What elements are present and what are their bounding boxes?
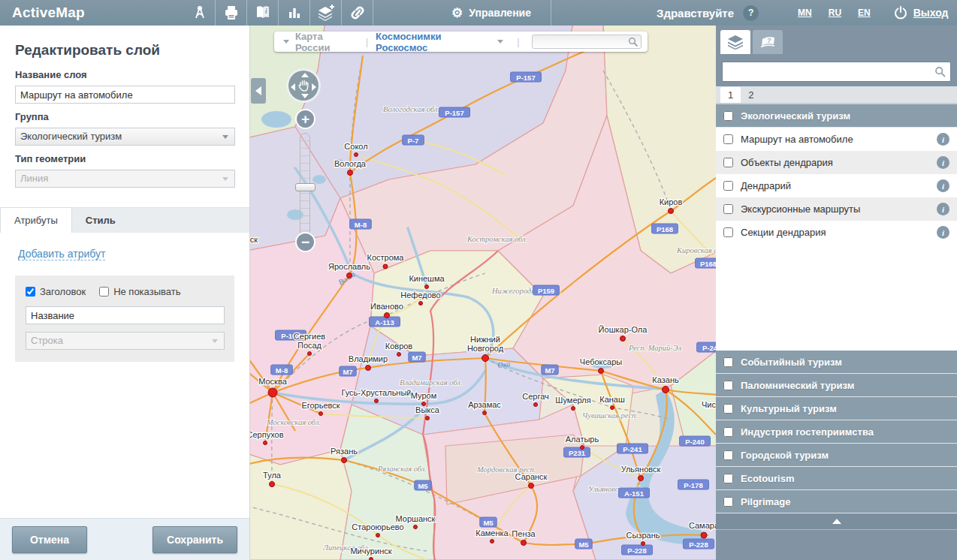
tab-style[interactable]: Стиль [72, 208, 129, 233]
chevron-down-icon [222, 177, 228, 181]
layer-info-icon[interactable]: i [937, 133, 949, 146]
layer-row[interactable]: Маршрут на автомобилеi [716, 128, 957, 151]
link-icon[interactable] [342, 0, 373, 26]
layer-name-input[interactable] [15, 86, 235, 104]
layer-info-icon[interactable]: i [937, 179, 949, 192]
layer-row[interactable]: Секции дендрарияi [716, 221, 957, 244]
measure-icon[interactable] [184, 0, 216, 26]
manage-menu[interactable]: ⚙ Управление [430, 0, 551, 26]
road-badge: Р-241 [617, 444, 648, 453]
lang-en[interactable]: EN [858, 8, 871, 18]
layers-search-wrap [716, 54, 957, 86]
overlay-dropdown-icon[interactable] [497, 40, 503, 44]
zoom-in-button[interactable]: + [295, 109, 315, 129]
group-checkbox[interactable] [723, 497, 733, 507]
group-checkbox[interactable] [723, 427, 733, 437]
layer-group-header[interactable]: Культурный туризм [716, 397, 957, 420]
save-button[interactable]: Сохранить [152, 526, 237, 553]
cancel-button[interactable]: Отмена [12, 526, 87, 553]
tab-attributes[interactable]: Атрибуты [0, 207, 72, 233]
pan-down-icon[interactable] [301, 94, 309, 98]
title-checkbox-label[interactable]: Заголовок [40, 286, 86, 297]
group-checkbox[interactable] [723, 357, 733, 367]
layer-group-header[interactable]: Индустрия гостеприимства [716, 420, 957, 444]
road-badge: Р168 [696, 258, 716, 268]
zoom-slider-handle[interactable] [295, 183, 315, 191]
help-icon[interactable]: ? [743, 5, 759, 21]
group-name: Индустрия гостеприимства [741, 426, 874, 438]
layers-page-2[interactable]: 2 [741, 87, 761, 103]
svg-text:М5: М5 [483, 519, 494, 527]
layer-checkbox[interactable] [723, 158, 733, 167]
group-checkbox[interactable] [723, 111, 733, 121]
svg-text:М7: М7 [412, 354, 421, 362]
svg-text:Р-24: Р-24 [702, 344, 716, 352]
lang-ru[interactable]: RU [829, 8, 841, 18]
add-attribute-link[interactable]: Добавить атрибут [18, 248, 105, 260]
print-icon[interactable] [216, 0, 247, 26]
scroll-up-button[interactable] [716, 513, 957, 530]
pan-up-icon[interactable] [301, 73, 309, 77]
svg-text:Р-241: Р-241 [623, 445, 642, 453]
map-pan-control[interactable] [286, 68, 321, 103]
map-canvas[interactable]: Вологодская обл.Костромская обл.Кировска… [250, 26, 716, 560]
logout-button[interactable]: Выход [893, 5, 949, 20]
layer-group-header[interactable]: Ecotourism [716, 467, 957, 490]
lang-mn[interactable]: MN [798, 8, 812, 18]
svg-text:Сергач: Сергач [522, 392, 549, 401]
base-layer-dropdown-icon[interactable] [283, 40, 289, 44]
layer-checkbox[interactable] [723, 204, 733, 214]
layers-search-input[interactable] [723, 62, 931, 81]
geometry-type-select: Линия [15, 170, 235, 188]
tab-legend[interactable]: ? [753, 30, 783, 54]
group-checkbox[interactable] [723, 381, 733, 390]
svg-text:Р-228: Р-228 [689, 540, 708, 549]
attribute-name-input[interactable] [26, 306, 225, 324]
overlay-layer-selector[interactable]: Космоснимки Роскосмос [376, 31, 491, 53]
legend-icon[interactable]: i [247, 0, 279, 26]
layer-checkbox[interactable] [723, 134, 733, 144]
layer-checkbox[interactable] [723, 181, 733, 191]
layer-checkbox[interactable] [723, 227, 733, 237]
map-search-input[interactable] [533, 37, 629, 50]
stats-icon[interactable] [279, 0, 310, 26]
pan-right-icon[interactable] [312, 83, 316, 91]
layer-row[interactable]: Объекты дендрарияi [716, 151, 957, 174]
group-checkbox[interactable] [723, 450, 733, 460]
collapse-left-panel-button[interactable] [251, 78, 266, 104]
layers-pagination: 12 [716, 86, 957, 104]
layer-group-header[interactable]: Паломнический туризм [716, 374, 957, 397]
base-layer-selector[interactable]: Карта России [295, 31, 358, 53]
add-layer-icon[interactable] [310, 0, 342, 26]
search-icon[interactable] [628, 37, 639, 47]
layer-info-icon[interactable]: i [937, 226, 949, 239]
group-select[interactable]: Экологический туризм [15, 128, 235, 146]
pan-left-icon[interactable] [291, 83, 295, 91]
layers-page-1[interactable]: 1 [720, 87, 741, 103]
language-switcher: MNRUEN [798, 8, 871, 18]
search-icon[interactable] [934, 66, 946, 78]
layer-group-header[interactable]: Pilgrimage [716, 490, 957, 513]
tab-layers[interactable] [720, 30, 750, 54]
layer-group-header[interactable]: Событийный туризм [716, 351, 957, 374]
layer-row[interactable]: Экскурсионные маршрутыi [716, 197, 957, 221]
layer-info-icon[interactable]: i [937, 203, 949, 215]
attributes-style-tabs: Атрибуты Стиль [0, 207, 249, 233]
title-checkbox[interactable] [26, 287, 35, 297]
hide-checkbox-label[interactable]: Не показывать [113, 286, 180, 297]
zoom-out-button[interactable]: − [295, 232, 315, 252]
zoom-slider[interactable] [300, 133, 310, 240]
layer-group-header[interactable]: Городской туризм [716, 444, 957, 467]
group-checkbox[interactable] [723, 474, 733, 483]
group-checkbox[interactable] [723, 404, 733, 414]
layer-info-icon[interactable]: i [937, 156, 949, 169]
layer-row[interactable]: Дендрарийi [716, 174, 957, 197]
road-badge: М5 [480, 517, 497, 527]
svg-text:А-151: А-151 [624, 489, 645, 498]
road-badge: М-8 [350, 219, 372, 229]
road-badge: М5 [415, 480, 431, 490]
svg-text:Гусь-Хрустальный: Гусь-Хрустальный [341, 388, 411, 397]
collapse-arrow-icon [255, 86, 261, 95]
hide-checkbox[interactable] [99, 287, 109, 297]
layer-group-header[interactable]: Экологический туризм [716, 104, 957, 128]
